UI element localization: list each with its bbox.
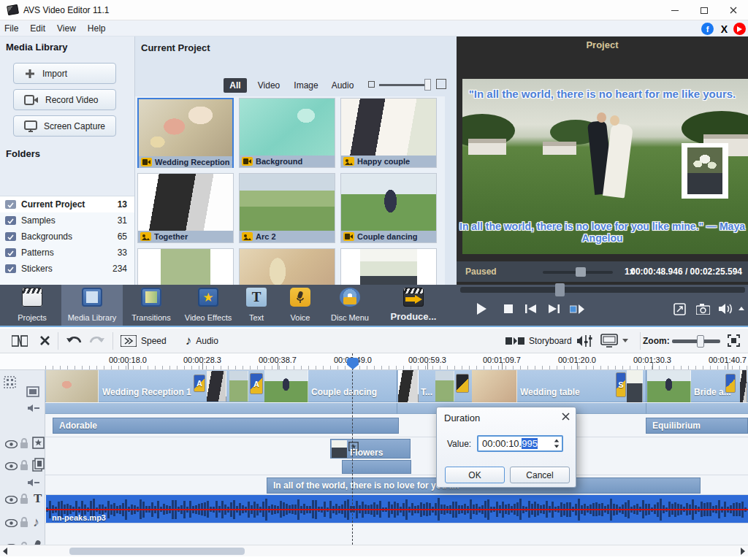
volume-button[interactable] [716, 298, 736, 320]
thumbnail-size-large-icon[interactable] [436, 79, 446, 89]
nav-media-library[interactable]: Media Library [61, 285, 123, 326]
facebook-icon[interactable]: f [701, 23, 714, 35]
nav-video-effects[interactable]: ★ Video Effects [180, 285, 237, 326]
folder-stickers[interactable]: Stickers 234 [0, 261, 134, 277]
spinner-up-icon[interactable] [554, 440, 559, 442]
storyboard-toggle[interactable]: Storyboard [505, 336, 572, 346]
video-audio-substrip[interactable] [45, 403, 748, 414]
effect-clip-equilibrium[interactable]: Equilibrium [646, 418, 748, 434]
fullscreen-button[interactable] [669, 298, 690, 320]
next-scene-button[interactable] [543, 298, 564, 320]
folder-patterns[interactable]: Patterns 33 [0, 245, 134, 261]
tab-image[interactable]: Image [290, 78, 322, 93]
maximize-button[interactable] [690, 0, 719, 20]
effect-clip-adorable[interactable]: Adorable [53, 418, 399, 434]
nav-transitions[interactable]: Transitions [126, 285, 177, 326]
tab-video[interactable]: Video [253, 78, 284, 93]
next-frame-button[interactable] [565, 298, 589, 320]
menu-help[interactable]: Help [82, 23, 112, 34]
eye-icon[interactable] [5, 462, 18, 470]
media-item-happy-couple[interactable]: Happy couple [340, 98, 437, 168]
timeline-ruler[interactable]: 00:00:18.0 00:00:28.3 00:00:38.7 00:00:4… [0, 353, 748, 370]
video-clip-label[interactable]: Couple dancing [311, 387, 377, 397]
menu-view[interactable]: View [51, 23, 82, 34]
lock-icon[interactable] [20, 438, 28, 449]
voice-track[interactable] [45, 523, 748, 545]
record-video-button[interactable]: Record Video [13, 89, 116, 110]
audio-button[interactable]: ♪ Audio [186, 334, 218, 348]
thumbnail-size-slider-handle[interactable] [424, 79, 431, 91]
media-item-together[interactable]: Together [137, 173, 234, 243]
dialog-close-button[interactable] [562, 413, 570, 421]
media-item-background[interactable]: Background [239, 98, 335, 168]
text-track[interactable]: In all of the world, there is no love fo… [45, 475, 748, 495]
stop-button[interactable] [498, 298, 519, 320]
effects-track[interactable]: Adorable Equilibrium [45, 414, 748, 437]
video-clip-label[interactable]: T... [421, 387, 432, 397]
thumbnail-size-slider-track[interactable] [379, 84, 429, 86]
delete-button[interactable] [39, 335, 50, 346]
zoom-slider-handle[interactable] [697, 335, 704, 348]
transition-badge[interactable] [725, 374, 736, 393]
x-twitter-icon[interactable]: X [718, 23, 730, 35]
cancel-button[interactable]: Cancel [510, 467, 570, 483]
speed-button[interactable]: Speed [121, 335, 167, 347]
eye-icon[interactable] [5, 519, 18, 527]
transition-badge[interactable]: A [194, 375, 205, 392]
volume-expand-button[interactable] [736, 301, 747, 315]
folder-current-project[interactable]: Current Project 13 [0, 196, 134, 212]
playhead[interactable] [352, 353, 353, 545]
nav-projects[interactable]: Projects [6, 285, 58, 326]
film-transition-badge[interactable] [456, 374, 469, 393]
transition-badge[interactable]: A [250, 373, 263, 394]
nav-produce[interactable]: Produce... [378, 285, 449, 326]
undo-button[interactable] [66, 335, 82, 347]
tab-all[interactable]: All [224, 78, 247, 93]
timeline-scrollbar[interactable] [0, 545, 748, 556]
nav-text[interactable]: T Text [240, 285, 273, 326]
nav-voice[interactable]: Voice [279, 285, 321, 326]
ok-button[interactable]: OK [445, 467, 505, 483]
spinner-down-icon[interactable] [554, 445, 559, 448]
value-spinner[interactable] [554, 439, 560, 448]
lock-icon[interactable] [20, 517, 28, 528]
audio-mixer-button[interactable] [577, 334, 593, 348]
video-clip-label[interactable]: Wedding table [520, 387, 580, 397]
scroll-left-icon[interactable] [3, 548, 7, 555]
menu-edit[interactable]: Edit [24, 23, 51, 34]
tab-audio[interactable]: Audio [327, 78, 358, 93]
folder-samples[interactable]: Samples 31 [0, 212, 134, 229]
media-item-arc-2[interactable]: Arc 2 [239, 173, 335, 243]
nav-disc-menu[interactable]: Disc Menu [324, 285, 375, 326]
video-clip-label[interactable]: Wedding Reception 1 [102, 387, 191, 397]
video-track[interactable]: Wedding Reception 1 A A Couple dancing T… [45, 370, 748, 402]
media-item-couple-dancing[interactable]: Couple dancing [340, 173, 437, 243]
overlay-clip-flowers[interactable]: Flowers [330, 439, 411, 459]
speed-slider-handle[interactable] [576, 267, 586, 277]
redo-button[interactable] [89, 335, 105, 347]
snapshot-button[interactable] [692, 298, 713, 320]
previous-scene-button[interactable] [520, 298, 541, 320]
import-button[interactable]: Import [13, 63, 116, 84]
lock-icon[interactable] [20, 460, 28, 471]
eye-icon[interactable] [5, 496, 18, 504]
folder-backgrounds[interactable]: Backgrounds 65 [0, 229, 134, 245]
scroll-right-icon[interactable] [741, 548, 745, 555]
screen-split-button[interactable] [600, 334, 618, 348]
thumbnail-size-small-icon[interactable] [368, 81, 375, 88]
minimize-button[interactable] [660, 0, 690, 20]
menu-file[interactable]: File [0, 23, 24, 34]
zoom-slider-track[interactable] [672, 340, 720, 343]
lock-icon[interactable] [20, 494, 28, 505]
mute-icon[interactable] [28, 478, 39, 487]
split-button[interactable] [12, 334, 28, 348]
duration-value-input[interactable]: 00:00:10.995 [477, 435, 563, 452]
screen-capture-button[interactable]: Screen Capture [13, 115, 116, 137]
close-button[interactable] [719, 0, 748, 20]
media-item-wedding-reception-1[interactable]: Wedding Reception 1 [137, 98, 234, 168]
scrollbar-thumb[interactable] [69, 548, 245, 555]
overlay-track[interactable]: Flowers [45, 437, 748, 475]
youtube-icon[interactable] [733, 23, 746, 35]
transition-badge[interactable]: S [616, 372, 626, 397]
screen-split-dropdown[interactable] [622, 339, 628, 342]
